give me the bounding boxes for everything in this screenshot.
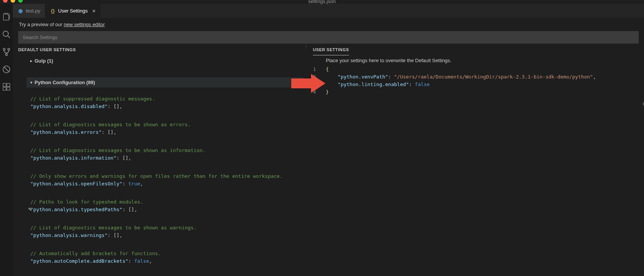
setting-comment: // List of diagnostics messages to be sh… <box>30 224 299 232</box>
source-control-icon[interactable] <box>1 43 12 61</box>
svg-rect-8 <box>7 83 10 86</box>
setting-key-value[interactable]: "python.autoComplete.addBrackets": false… <box>30 257 299 265</box>
default-setting-entry[interactable]: // Only show errors and warnings for ope… <box>27 171 303 189</box>
default-setting-entry[interactable]: // List of suppressed diagnostic message… <box>27 94 303 112</box>
setting-comment: // List of suppressed diagnostic message… <box>30 95 299 103</box>
svg-line-1 <box>8 36 10 38</box>
explorer-icon[interactable] <box>1 8 12 26</box>
default-setting-entry[interactable]: // List of diagnostics messages to be sh… <box>27 119 303 138</box>
svg-point-3 <box>8 49 10 50</box>
setting-key-value[interactable]: "python.analysis.openFilesOnly": true, <box>30 180 299 188</box>
debug-icon[interactable] <box>1 61 12 78</box>
default-setting-entry[interactable]: // Paths to look for typeshed modules."p… <box>27 197 303 215</box>
python-file-icon: ⬢ <box>17 8 24 14</box>
svg-rect-7 <box>3 83 6 86</box>
json-line[interactable]: { <box>323 66 644 73</box>
preview-banner: Try a preview of our new settings editor <box>13 18 644 31</box>
close-window-icon[interactable] <box>3 0 8 3</box>
activity-bar <box>0 4 13 276</box>
setting-comment: // Automatically add brackets for functi… <box>30 250 299 257</box>
setting-key-value[interactable]: "python.analysis.warnings": [], <box>30 232 299 239</box>
setting-key-value[interactable]: "python.analysis.typeshedPaths": [], <box>30 206 299 213</box>
default-setting-entry[interactable]: // List of diagnostics messages to be sh… <box>27 223 303 241</box>
extensions-icon[interactable] <box>1 78 12 96</box>
setting-key-value[interactable]: "python.analysis.errors": [], <box>30 129 299 136</box>
maximize-window-icon[interactable] <box>18 0 23 3</box>
minimize-window-icon[interactable] <box>11 0 15 3</box>
setting-key-value[interactable]: "python.analysis.disabled": [], <box>30 103 299 110</box>
json-line[interactable]: "python.linting.enabled": false <box>323 81 644 88</box>
window-controls[interactable] <box>3 0 23 3</box>
user-settings-hint: Place your settings here to overwrite th… <box>308 55 644 66</box>
edit-pencil-icon[interactable]: ✎ <box>28 207 32 212</box>
user-settings-editor[interactable]: 1 2 3 4 { "python.venvPath": "/Users/rae… <box>308 66 644 96</box>
tab-user-settings[interactable]: {} User Settings × <box>45 4 101 18</box>
user-settings-tab[interactable]: USER SETTINGS <box>313 44 349 55</box>
tab-label: User Settings <box>58 8 88 14</box>
svg-rect-10 <box>7 87 10 90</box>
setting-comment: // List of diagnostics messages to be sh… <box>30 147 299 154</box>
tab-test-py[interactable]: ⬢ test.py <box>13 4 45 18</box>
splitter-handle-icon: ⋮⋮ <box>304 44 308 48</box>
svg-point-0 <box>3 31 8 36</box>
tab-bar: ⬢ test.py {} User Settings × <box>13 4 644 18</box>
default-settings-header: DEFAULT USER SETTINGS <box>13 44 303 56</box>
setting-comment: // Paths to look for typeshed modules. <box>30 198 299 206</box>
setting-comment: // Only show errors and warnings for ope… <box>30 172 299 180</box>
json-line[interactable]: "python.venvPath": "/Users/raela/Documen… <box>323 73 644 81</box>
default-setting-entry[interactable]: // Automatically add brackets for functi… <box>27 248 303 267</box>
json-line[interactable]: } <box>323 88 644 96</box>
svg-point-2 <box>3 49 5 50</box>
section-python-configuration[interactable]: Python Configuration (89) <box>27 77 303 88</box>
annotation-arrow-icon <box>291 74 325 93</box>
svg-rect-9 <box>3 87 6 90</box>
search-settings-input[interactable] <box>18 31 639 44</box>
svg-point-4 <box>6 54 8 56</box>
search-icon[interactable] <box>1 26 12 43</box>
tab-label: test.py <box>26 8 40 14</box>
section-gulp[interactable]: Gulp (1) <box>27 56 303 66</box>
json-file-icon: {} <box>50 8 56 14</box>
close-tab-icon[interactable]: × <box>92 8 96 14</box>
svg-marker-11 <box>291 74 325 93</box>
default-setting-entry[interactable]: // List of diagnostics messages to be sh… <box>27 145 303 163</box>
new-settings-editor-link[interactable]: new settings editor <box>64 22 105 27</box>
setting-comment: // List of diagnostics messages to be sh… <box>30 121 299 129</box>
window-title: settings.json <box>308 0 336 4</box>
setting-key-value[interactable]: "python.analysis.information": [], <box>30 154 299 162</box>
svg-line-6 <box>4 67 9 72</box>
